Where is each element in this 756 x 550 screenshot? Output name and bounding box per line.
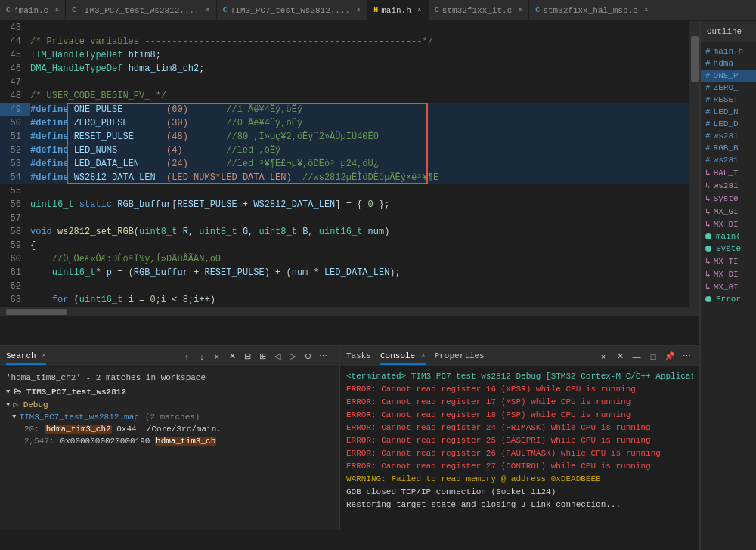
search-results[interactable]: 'hdma_tim8_ch2' - 2 matches in workspace… <box>0 367 339 530</box>
outline-item-label: MX_GI <box>714 283 739 292</box>
code-line-define: 53 #define LED_DATA_LEN (24) //led ³¥¶E£… <box>0 157 689 171</box>
search-up-btn[interactable]: ↑ <box>180 350 194 363</box>
line-number: 20: <box>24 425 39 434</box>
tab-tim3-1[interactable]: C TIM3_PC7_test_ws2812.... × <box>66 0 216 20</box>
console-more-btn[interactable]: ⋯ <box>680 350 693 363</box>
tab-close-icon[interactable]: × <box>417 6 422 14</box>
console-warning-line: WARNING: Failed to read memory @ address… <box>346 473 693 486</box>
hash-icon: # <box>705 156 711 165</box>
search-collapse-btn[interactable]: ⊟ <box>240 350 254 363</box>
hscroll-thumb[interactable] <box>6 309 67 315</box>
tab-close-icon[interactable]: × <box>206 6 210 14</box>
outline-item-ws2812fn[interactable]: ↳ ws281 <box>701 179 756 192</box>
tab-close-icon[interactable]: × <box>518 6 522 14</box>
console-close-btn[interactable]: ✕ <box>613 350 627 363</box>
tab-close-icon[interactable]: × <box>356 6 361 14</box>
search-folder-item[interactable]: ▼ ▷ Debug <box>0 398 339 411</box>
search-next-btn[interactable]: ▷ <box>286 350 299 363</box>
search-match-item[interactable]: 2,547: 0x0000000020000190 hdma_tim3_ch <box>0 435 339 447</box>
bottom-panels: Search × ↑ ↓ × ✕ ⊟ ⊞ ◁ ▷ ⊙ ⋯ <box>0 345 699 530</box>
tab-search[interactable]: Search × <box>6 348 46 365</box>
code-editor[interactable]: 43 44 /* Private variables -------------… <box>0 21 699 345</box>
tab-bar: C *main.c × C TIM3_PC7_test_ws2812.... ×… <box>0 0 756 21</box>
search-filter-btn[interactable]: ⊙ <box>301 350 314 363</box>
tab-properties[interactable]: Properties <box>435 348 485 365</box>
outline-item-resetp[interactable]: # RESET <box>701 94 756 106</box>
tab-label: TIM3_PC7_test_ws2812.... <box>231 6 350 15</box>
search-tab-close[interactable]: × <box>42 352 46 360</box>
tab-main-h[interactable]: H main.h × <box>367 0 429 20</box>
tab-console[interactable]: Console × <box>380 348 426 365</box>
outline-item-onep[interactable]: # ONE_P <box>701 70 756 82</box>
scrollbar-thumb[interactable] <box>691 36 699 82</box>
search-tab-bar: Search × ↑ ↓ × ✕ ⊟ ⊞ ◁ ▷ ⊙ ⋯ <box>0 346 339 367</box>
outline-item-label: LED_N <box>714 107 739 116</box>
outline-item-system2[interactable]: Syste <box>701 243 756 255</box>
code-line-define: 52 #define LED_NUMS (4) //led ,öËý <box>0 144 689 157</box>
tab-tasks[interactable]: Tasks <box>346 348 371 365</box>
tab-stm32-it[interactable]: C stm32f1xx_it.c × <box>429 0 529 20</box>
tab-close-icon[interactable]: × <box>644 6 649 14</box>
code-line-define: 50 #define ZERO_PULSE (30) //0 Äë¥4Ëý,öË… <box>0 116 689 130</box>
console-minimize-btn[interactable]: — <box>630 350 643 363</box>
outline-item-leddata[interactable]: # LED_D <box>701 118 756 130</box>
tab-main-c[interactable]: C *main.c × <box>0 0 66 20</box>
console-pin-btn[interactable]: 📌 <box>663 350 677 363</box>
outline-item-mxti[interactable]: ↳ MX_TI <box>701 255 756 267</box>
outline-item-hdma[interactable]: # hdma <box>701 57 756 70</box>
outline-item-mxgi2[interactable]: ↳ MX_GI <box>701 280 756 293</box>
console-tab-close[interactable]: × <box>421 352 425 360</box>
outline-item-halt[interactable]: ↳ HAL_T <box>701 166 756 179</box>
console-error-line: ERROR: Cannot read register 25 (BASEPRI)… <box>346 434 693 447</box>
outline-item-system[interactable]: ↳ Syste <box>701 192 756 205</box>
tab-label: stm32f1xx_it.c <box>442 6 512 15</box>
code-line: 43 <box>0 21 689 35</box>
outline-item-rgbb[interactable]: # RGB_B <box>701 142 756 154</box>
search-expand-btn[interactable]: ⊞ <box>256 350 269 363</box>
code-line: 48 /* USER_CODE_BEGIN_PV_ */ <box>0 89 689 103</box>
outline-item-zerop[interactable]: # ZERO_ <box>701 82 756 94</box>
search-file-item[interactable]: ▼ TIM3_PC7_test_ws2812.map (2 matches) <box>0 411 339 423</box>
arrow-plus-icon: ↳ <box>705 269 711 279</box>
outline-item-error[interactable]: Error <box>701 293 756 305</box>
console-maximize-btn[interactable]: □ <box>646 350 660 363</box>
outline-item-mainh[interactable]: # main.h <box>701 45 756 57</box>
outline-item-leden[interactable]: # LED_N <box>701 106 756 118</box>
code-line-define: 49 #define ONE_PULSE (60) //1 Äë¥4Ëý,öËý <box>0 103 689 116</box>
editor-scrollbar[interactable] <box>689 21 699 307</box>
outline-item-ws2812b[interactable]: # ws281 <box>701 154 756 166</box>
arrow-plus-icon: ↳ <box>705 219 711 229</box>
console-error-line: ERROR: Cannot read register 26 (FAULTMAS… <box>346 447 693 460</box>
search-project-item[interactable]: ▼ 🗁 TIM3_PC7_test_ws2812 <box>0 385 339 398</box>
search-clear-btn[interactable]: × <box>210 350 224 363</box>
console-clear-btn[interactable]: × <box>596 350 610 363</box>
outline-item-label: MX_GI <box>714 207 739 216</box>
match-text: hdma_tim3_ch2 0x44 ./Core/Src/main. <box>45 425 222 434</box>
arrow-icon: ↳ <box>705 168 711 178</box>
outline-item-mxdi[interactable]: ↳ MX_DI <box>701 218 756 230</box>
outline-item-mxdi2[interactable]: ↳ MX_DI <box>701 267 756 280</box>
search-x-btn[interactable]: ✕ <box>225 350 239 363</box>
outline-item-ws2812[interactable]: # ws281 <box>701 130 756 142</box>
outline-item-label: HAL_T <box>714 168 739 178</box>
search-down-btn[interactable]: ↓ <box>195 350 209 363</box>
console-content[interactable]: <terminated> TIM3_PC7_test_ws2812 Debug … <box>340 367 699 530</box>
tab-hal-msp[interactable]: C stm32f1xx_hal_msp.c × <box>529 0 655 20</box>
search-match-item[interactable]: 20: hdma_tim3_ch2 0x44 ./Core/Src/main. <box>0 423 339 435</box>
tab-label: main.h <box>381 6 411 15</box>
code-line: 46 DMA_HandleTypeDef hdma_tim8_ch2; <box>0 62 689 76</box>
search-more-btn[interactable]: ⋯ <box>316 350 330 363</box>
tab-tim3-2[interactable]: C TIM3_PC7_test_ws2812.... × <box>217 0 367 20</box>
outline-item-label: ws281 <box>714 181 739 190</box>
tab-close-icon[interactable]: × <box>54 6 59 14</box>
search-toolbar: ↑ ↓ × ✕ ⊟ ⊞ ◁ ▷ ⊙ ⋯ <box>177 348 333 365</box>
code-line: 62 <box>0 280 689 293</box>
outline-item-label: ws281 <box>714 156 739 165</box>
search-prev-btn[interactable]: ◁ <box>271 350 284 363</box>
hash-icon: # <box>705 59 711 68</box>
outline-item-label: Syste <box>716 244 741 253</box>
horizontal-scrollbar[interactable] <box>0 307 699 316</box>
outline-item-main[interactable]: main( <box>701 230 756 243</box>
outline-item-mxgi[interactable]: ↳ MX_GI <box>701 205 756 218</box>
collapse-icon: ▼ <box>6 388 10 396</box>
